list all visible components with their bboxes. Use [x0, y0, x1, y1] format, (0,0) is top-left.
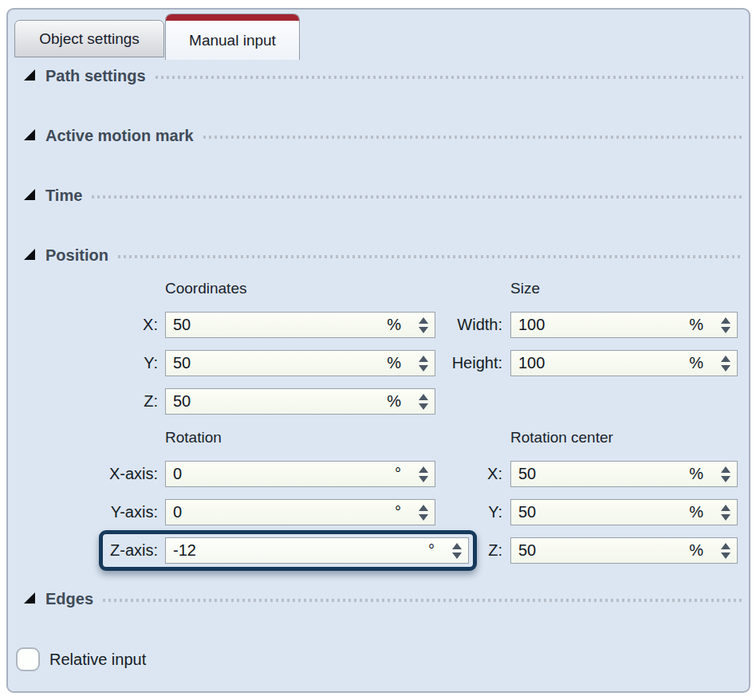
dotted-divider: [103, 599, 743, 602]
field-value: 50: [173, 354, 387, 372]
section-label: Edges: [45, 590, 93, 608]
spinner[interactable]: [719, 316, 732, 335]
rotation-y-label: Y-axis:: [32, 499, 158, 525]
size-width-label: Width:: [375, 312, 502, 338]
tab-label: Manual input: [189, 21, 276, 60]
relative-input-checkbox[interactable]: [16, 647, 40, 671]
spinner-down-icon[interactable]: [721, 553, 730, 559]
section-path-settings[interactable]: Path settings: [24, 65, 743, 86]
spinner[interactable]: [719, 503, 732, 522]
rotation-center-z-input[interactable]: 50 %: [510, 537, 738, 564]
section-edges[interactable]: Edges: [24, 588, 743, 609]
field-unit: %: [689, 503, 703, 521]
collapse-triangle-icon[interactable]: [24, 592, 35, 604]
spinner-down-icon[interactable]: [419, 403, 428, 410]
field-unit: %: [689, 465, 703, 483]
size-title: Size: [510, 279, 540, 298]
active-tab-accent-bar: [166, 14, 299, 21]
field-value: 100: [518, 316, 689, 334]
manual-input-panel: Object settings Manual input Path settin…: [0, 0, 756, 700]
section-position[interactable]: Position: [24, 245, 743, 265]
spinner[interactable]: [719, 354, 732, 373]
field-value: 100: [518, 354, 689, 372]
spinner-up-icon[interactable]: [721, 466, 730, 473]
collapse-triangle-icon[interactable]: [24, 129, 35, 140]
dotted-divider: [203, 136, 743, 139]
rotation-center-x-label: X:: [375, 461, 502, 487]
coordinates-z-input[interactable]: 50 %: [165, 388, 435, 415]
relative-input-label: Relative input: [49, 647, 146, 671]
section-label: Time: [45, 187, 82, 205]
spinner[interactable]: [719, 465, 732, 484]
field-value: 50: [173, 392, 387, 411]
rotation-center-z-label: Z:: [375, 537, 502, 564]
spinner-up-icon[interactable]: [721, 543, 730, 549]
spinner-down-icon[interactable]: [721, 365, 730, 372]
rotation-center-y-input[interactable]: 50 %: [510, 499, 738, 525]
rotation-center-title: Rotation center: [510, 428, 613, 447]
coordinates-y-label: Y:: [32, 350, 158, 376]
section-label: Position: [45, 246, 108, 265]
spinner-up-icon[interactable]: [419, 394, 428, 400]
spinner-up-icon[interactable]: [721, 317, 730, 324]
spinner-down-icon[interactable]: [721, 514, 730, 521]
field-value: 50: [518, 503, 689, 521]
rotation-x-label: X-axis:: [32, 461, 158, 487]
tab-object-settings[interactable]: Object settings: [14, 20, 164, 57]
spinner[interactable]: [719, 541, 732, 560]
size-height-input[interactable]: 100 %: [510, 350, 738, 376]
section-active-motion-mark[interactable]: Active motion mark: [24, 125, 743, 146]
tab-manual-input[interactable]: Manual input: [165, 14, 300, 60]
coordinates-z-label: Z:: [32, 388, 158, 415]
coordinates-title: Coordinates: [165, 279, 246, 298]
field-unit: %: [689, 354, 703, 372]
rotation-center-x-input[interactable]: 50 %: [510, 461, 738, 487]
field-unit: %: [387, 392, 401, 411]
field-value: 50: [518, 465, 689, 483]
spinner-up-icon[interactable]: [721, 356, 730, 362]
field-value: 0: [173, 465, 395, 483]
rotation-z-label: Z-axis:: [32, 537, 158, 564]
field-value: 50: [518, 541, 689, 560]
section-label: Active motion mark: [45, 127, 194, 145]
dotted-divider: [156, 76, 743, 79]
collapse-triangle-icon[interactable]: [24, 189, 35, 200]
size-width-input[interactable]: 100 %: [510, 312, 738, 338]
coordinates-x-label: X:: [32, 312, 158, 338]
spinner[interactable]: [417, 392, 430, 411]
collapse-triangle-icon[interactable]: [24, 69, 35, 81]
field-value: 50: [173, 316, 387, 334]
section-time[interactable]: Time: [24, 185, 743, 206]
size-height-label: Height:: [375, 350, 502, 376]
collapse-triangle-icon[interactable]: [24, 249, 35, 260]
section-label: Path settings: [45, 67, 146, 85]
dotted-divider: [92, 195, 743, 199]
field-unit: %: [689, 541, 703, 560]
field-value: 0: [173, 503, 395, 521]
dotted-divider: [118, 255, 743, 258]
rotation-title: Rotation: [165, 428, 222, 447]
spinner-down-icon[interactable]: [721, 327, 730, 333]
spinner-up-icon[interactable]: [721, 505, 730, 511]
rotation-center-y-label: Y:: [375, 499, 502, 525]
spinner-down-icon[interactable]: [721, 476, 730, 482]
tab-label: Object settings: [39, 30, 140, 48]
field-unit: %: [689, 316, 703, 334]
